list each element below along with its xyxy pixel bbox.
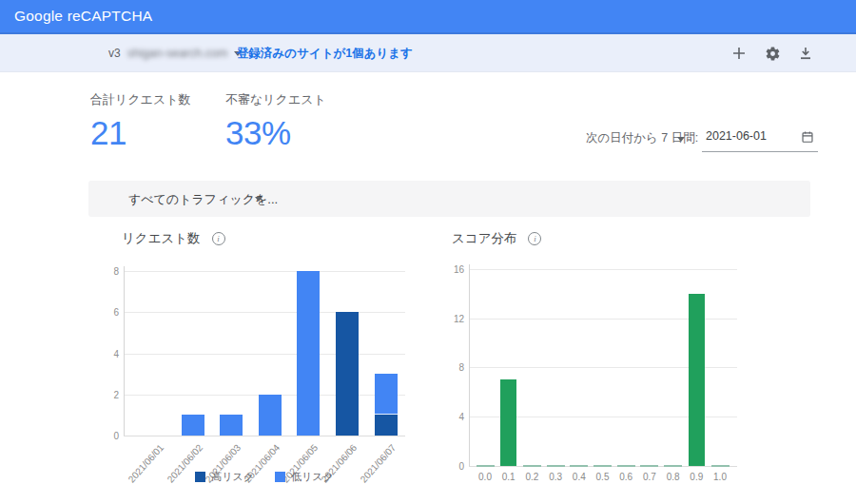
legend-swatch [275,472,285,482]
info-icon[interactable]: i [528,232,541,245]
chart-header: リクエスト数 i [122,230,225,247]
app-header: Google reCAPTCHA [0,0,856,34]
zero-value-mark [640,465,658,467]
stat-suspicious-requests: 不審なリクエスト 33% [225,91,326,152]
traffic-filter-dropdown[interactable]: すべてのトラフィックを... [88,181,810,217]
y-axis-line [469,264,470,466]
y-axis-label: 12 [438,314,464,324]
y-axis-label: 0 [92,431,119,441]
chart-title: リクエスト数 [122,230,201,247]
x-axis-label: 1.0 [708,472,732,482]
x-axis-label: 0.6 [613,472,638,482]
bar [297,271,320,436]
stat-label: 不審なリクエスト [225,91,326,108]
app-title: Google reCAPTCHA [14,0,152,32]
bar [259,395,282,436]
bar [500,379,516,466]
y-axis-label: 0 [438,461,464,472]
y-axis-label: 4 [92,349,119,359]
download-icon[interactable] [797,45,814,62]
chevron-down-icon [255,197,263,202]
zero-value-mark [617,465,635,467]
recaptcha-admin-console: Google reCAPTCHA v3 shigan-search.com 登録… [0,0,856,504]
y-axis-line [124,266,125,436]
x-axis-label: 0.0 [473,472,497,482]
toolbar: v3 shigan-search.com 登録済みのサイトが1個あります [0,34,856,72]
plus-icon[interactable] [730,45,748,62]
site-name-blurred: shigan-search.com [127,47,228,60]
gridline [124,436,405,436]
x-axis-label: 0.3 [543,472,568,482]
y-axis-label: 16 [438,264,464,275]
y-axis-label: 8 [438,362,464,373]
y-axis-label: 2 [92,390,119,400]
bar [182,415,204,436]
chart-title: スコア分布 [452,230,516,247]
site-selector-dropdown[interactable]: v3 shigan-search.com [108,34,242,72]
zero-value-mark [547,465,565,467]
score-distribution-chart: スコア分布 i 04812160.00.10.20.30.40.50.60.70… [438,224,818,504]
stat-total-requests: 合計リクエスト数 21 [90,91,191,152]
x-axis-label: 0.7 [637,472,662,482]
bar [375,374,398,415]
y-axis-label: 4 [438,412,464,422]
stat-value: 21 [90,114,191,152]
legend-label: 高リスク [211,470,254,484]
gridline [124,354,405,355]
calendar-icon[interactable] [801,130,816,145]
x-axis-label: 0.2 [519,472,544,482]
chart-header: スコア分布 i [452,230,541,247]
info-icon[interactable]: i [212,232,225,245]
zero-value-mark [711,465,730,467]
bar [375,415,398,436]
requests-chart: リクエスト数 i 024682021/06/012021/06/022021/0… [88,224,438,504]
y-axis-label: 8 [92,266,119,277]
registered-sites-link[interactable]: 登録済みのサイトが1個あります [237,34,413,72]
zero-value-mark [570,465,588,467]
x-axis-label: 0.1 [496,472,521,482]
y-axis-label: 6 [92,307,119,318]
bar [689,294,705,466]
bar [336,312,359,436]
legend-item: 低リスク [275,470,334,484]
toolbar-actions [730,34,814,72]
gridline [469,269,737,270]
zero-value-mark [477,465,495,467]
x-axis-label: 0.5 [591,472,615,482]
x-axis-label: 0.8 [661,472,686,482]
bar [220,415,243,436]
legend-item: 高リスク [195,470,254,484]
zero-value-mark [523,465,541,467]
gridline [124,271,405,272]
zero-value-mark [664,465,682,467]
zero-value-mark [593,465,612,467]
x-axis-label: 0.9 [684,472,709,482]
stat-value: 33% [225,114,326,152]
gridline [124,312,405,313]
legend-label: 低リスク [291,470,334,484]
date-field [702,125,818,152]
date-controls: 次の日付から 7 日間: [580,125,818,153]
version-label: v3 [108,47,121,60]
chart-legend: 高リスク低リスク [124,470,405,484]
legend-swatch [195,472,205,482]
gear-icon[interactable] [764,45,781,62]
chevron-down-icon [677,137,685,142]
stat-label: 合計リクエスト数 [90,91,191,108]
date-input[interactable] [706,129,791,143]
x-axis-label: 0.4 [567,472,592,482]
